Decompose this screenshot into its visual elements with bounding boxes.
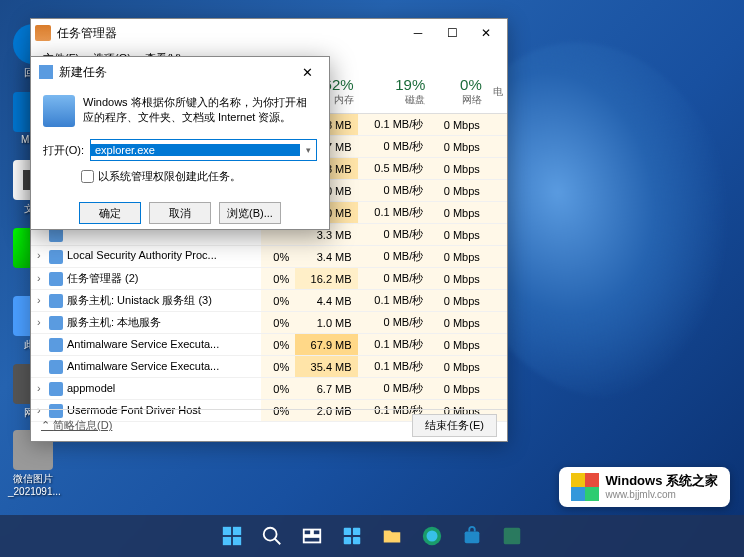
task-view-icon[interactable] [294, 518, 330, 554]
table-row[interactable]: ›appmodel0%6.7 MB0 MB/秒0 Mbps [31, 378, 507, 400]
table-row[interactable]: Antimalware Service Executa...0%35.4 MB0… [31, 356, 507, 378]
table-row[interactable]: ›服务主机: 本地服务0%1.0 MB0 MB/秒0 Mbps [31, 312, 507, 334]
process-icon [49, 360, 63, 374]
svg-rect-1 [233, 527, 241, 535]
svg-rect-6 [304, 530, 311, 536]
widgets-icon[interactable] [334, 518, 370, 554]
dialog-title: 新建任务 [59, 64, 293, 81]
taskbar [0, 515, 744, 557]
process-icon [49, 316, 63, 330]
admin-checkbox[interactable] [81, 170, 94, 183]
expand-icon[interactable]: › [37, 294, 49, 306]
browse-button[interactable]: 浏览(B)... [219, 202, 281, 224]
windows-logo-icon [571, 473, 599, 501]
search-icon[interactable] [254, 518, 290, 554]
close-button[interactable]: ✕ [469, 20, 503, 46]
col-disk[interactable]: 19%磁盘 [358, 70, 430, 114]
table-row[interactable]: Antimalware Service Executa...0%67.9 MB0… [31, 334, 507, 356]
expand-icon[interactable]: › [37, 382, 49, 394]
open-input[interactable] [91, 144, 300, 156]
store-icon[interactable] [454, 518, 490, 554]
titlebar[interactable]: 任务管理器 ─ ☐ ✕ [31, 19, 507, 47]
ok-button[interactable]: 确定 [79, 202, 141, 224]
svg-rect-11 [344, 537, 351, 544]
run-icon [43, 95, 75, 127]
dialog-titlebar[interactable]: 新建任务 ✕ [31, 57, 329, 87]
svg-rect-0 [223, 527, 231, 535]
col-network[interactable]: 0%网络 [429, 70, 486, 114]
svg-point-14 [427, 531, 438, 542]
dialog-description: Windows 将根据你所键入的名称，为你打开相应的程序、文件夹、文档或 Int… [83, 95, 317, 127]
watermark: Windows 系统之家 www.bjjmlv.com [559, 467, 730, 507]
run-dialog: 新建任务 ✕ Windows 将根据你所键入的名称，为你打开相应的程序、文件夹、… [30, 56, 330, 230]
svg-rect-9 [344, 528, 351, 535]
close-icon[interactable]: ✕ [293, 65, 321, 80]
expand-icon[interactable]: › [37, 249, 49, 261]
open-combobox[interactable]: ▾ [90, 139, 317, 161]
svg-point-4 [264, 528, 277, 541]
window-title: 任务管理器 [57, 25, 401, 42]
fewer-details-link[interactable]: ⌃ 简略信息(D) [41, 418, 112, 433]
svg-rect-15 [465, 531, 480, 543]
expand-icon[interactable]: › [37, 316, 49, 328]
svg-rect-12 [353, 537, 360, 544]
process-icon [49, 382, 63, 396]
cancel-button[interactable]: 取消 [149, 202, 211, 224]
maximize-button[interactable]: ☐ [435, 20, 469, 46]
svg-line-5 [275, 539, 281, 545]
col-power[interactable]: 电 [486, 70, 507, 114]
end-task-button[interactable]: 结束任务(E) [412, 414, 497, 437]
admin-label: 以系统管理权限创建此任务。 [98, 169, 241, 184]
process-icon [49, 272, 63, 286]
edge-icon[interactable] [414, 518, 450, 554]
process-icon [49, 250, 63, 264]
svg-rect-2 [223, 537, 231, 545]
process-icon [49, 338, 63, 352]
table-row[interactable]: ›任务管理器 (2)0%16.2 MB0 MB/秒0 Mbps [31, 268, 507, 290]
explorer-icon[interactable] [374, 518, 410, 554]
svg-rect-16 [504, 528, 521, 545]
table-row[interactable]: ›Local Security Authority Proc...0%3.4 M… [31, 246, 507, 268]
start-button[interactable] [214, 518, 250, 554]
table-row[interactable]: ›服务主机: Unistack 服务组 (3)0%4.4 MB0.1 MB/秒0… [31, 290, 507, 312]
taskbar-app-icon[interactable] [494, 518, 530, 554]
dialog-icon [39, 65, 53, 79]
svg-rect-7 [313, 530, 320, 536]
svg-rect-10 [353, 528, 360, 535]
app-icon [35, 25, 51, 41]
svg-rect-3 [233, 537, 241, 545]
open-label: 打开(O): [43, 143, 84, 158]
process-icon [49, 294, 63, 308]
minimize-button[interactable]: ─ [401, 20, 435, 46]
chevron-down-icon[interactable]: ▾ [300, 145, 316, 155]
footer: ⌃ 简略信息(D) 结束任务(E) [31, 409, 507, 441]
svg-rect-8 [304, 537, 321, 543]
expand-icon[interactable]: › [37, 272, 49, 284]
